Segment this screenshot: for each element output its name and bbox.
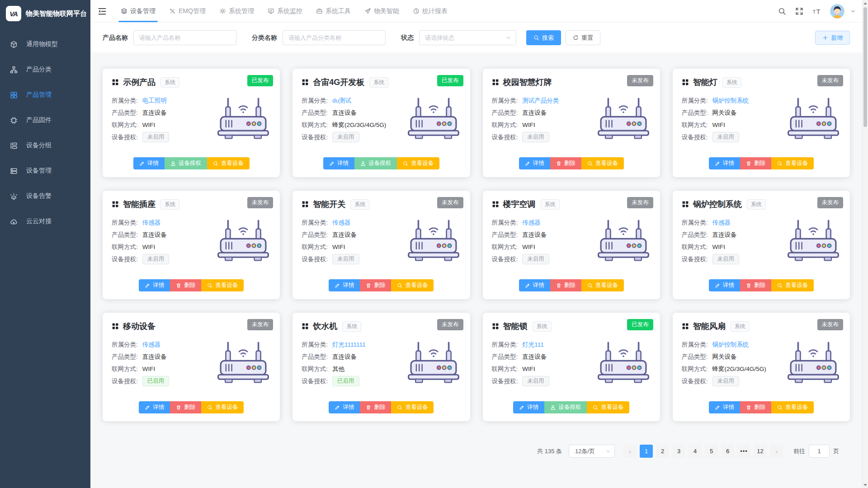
- user-menu-caret-icon[interactable]: [850, 9, 856, 14]
- tab-emq-manage[interactable]: EMQ管理: [162, 0, 212, 22]
- category-link[interactable]: 锅炉控制系统: [712, 341, 749, 349]
- status-select[interactable]: 请选择状态: [419, 30, 516, 45]
- card-detail-button[interactable]: 详情: [133, 157, 165, 169]
- card-view-button[interactable]: 查看设备: [587, 401, 629, 413]
- card-delete-button[interactable]: 删除: [360, 401, 391, 413]
- page-button-5[interactable]: 5: [705, 445, 718, 458]
- product-name-input[interactable]: [133, 30, 236, 45]
- tab-wumei-smart[interactable]: 物美智能: [358, 0, 406, 22]
- card-detail-button[interactable]: 详情: [329, 279, 360, 291]
- tab-system-tools[interactable]: 系统工具: [309, 0, 358, 22]
- sidebar-item-product-manage[interactable]: 产品管理: [0, 82, 90, 108]
- category-name-input[interactable]: [283, 30, 386, 45]
- card-detail-button[interactable]: 详情: [323, 157, 354, 169]
- tab-system-manage[interactable]: 系统管理: [212, 0, 261, 22]
- sidebar-item-device-manage[interactable]: 设备管理: [0, 158, 90, 183]
- page-button-3[interactable]: 3: [672, 445, 685, 458]
- card-view-button[interactable]: 查看设备: [581, 279, 624, 291]
- card-view-button[interactable]: 查看设备: [771, 279, 814, 291]
- card-delete-button[interactable]: 删除: [740, 157, 771, 169]
- reset-button[interactable]: 重置: [566, 30, 600, 45]
- page-button-1[interactable]: 1: [640, 445, 653, 458]
- sidebar-item-device-alarm[interactable]: 设备告警: [0, 183, 90, 209]
- page-button-6[interactable]: 6: [721, 445, 734, 458]
- card-detail-button[interactable]: 详情: [709, 401, 740, 413]
- category-link[interactable]: 电工照明: [142, 97, 167, 105]
- card-detail-button[interactable]: 详情: [709, 157, 740, 169]
- card-detail-button[interactable]: 详情: [139, 279, 170, 291]
- sidebar-item-product-firmware[interactable]: 产品固件: [0, 108, 90, 133]
- tab-statistics[interactable]: 统计报表: [406, 0, 454, 22]
- product-grid-icon: [112, 323, 119, 330]
- card-view-button[interactable]: 查看设备: [207, 157, 250, 169]
- category-link[interactable]: 灯光111: [522, 341, 544, 349]
- product-title: 示例产品: [123, 77, 156, 88]
- page-button-12[interactable]: 12: [754, 445, 767, 458]
- sidebar-item-product-category[interactable]: 产品分类: [0, 57, 90, 82]
- card-view-button[interactable]: 查看设备: [201, 279, 244, 291]
- card-view-button[interactable]: 查看设备: [771, 157, 814, 169]
- sidebar-item-thing-model[interactable]: 通用物模型: [0, 32, 90, 57]
- card-auth-button[interactable]: 设备授权: [354, 157, 397, 169]
- card-delete-button[interactable]: 删除: [740, 279, 771, 291]
- card-view-button[interactable]: 查看设备: [201, 401, 244, 413]
- search-button[interactable]: 搜索: [526, 30, 561, 45]
- card-delete-button[interactable]: 删除: [170, 401, 201, 413]
- scrollbar-up-arrow[interactable]: [863, 0, 868, 6]
- category-link[interactable]: 传感器: [142, 219, 161, 227]
- page-size-select[interactable]: 12条/页: [569, 445, 615, 458]
- card-auth-button[interactable]: 设备授权: [544, 401, 587, 413]
- more-pages-button[interactable]: •••: [737, 445, 750, 458]
- card-view-button[interactable]: 查看设备: [397, 157, 439, 169]
- tab-device-manage[interactable]: 设备管理: [114, 0, 162, 22]
- card-view-button[interactable]: 查看设备: [581, 157, 624, 169]
- category-link[interactable]: 测试产品分类: [522, 97, 559, 105]
- card-detail-button[interactable]: 详情: [513, 401, 544, 413]
- goto-label: 前往: [793, 447, 805, 455]
- card-detail-button[interactable]: 详情: [329, 401, 360, 413]
- category-link[interactable]: 传感器: [712, 219, 731, 227]
- scrollbar-thumb[interactable]: [863, 7, 867, 127]
- card-detail-button[interactable]: 详情: [519, 279, 550, 291]
- card-delete-button[interactable]: 删除: [740, 401, 771, 413]
- add-button[interactable]: 新增: [815, 31, 850, 45]
- category-link[interactable]: 锅炉控制系统: [712, 97, 749, 105]
- sidebar-item-device-group[interactable]: 设备分组: [0, 133, 90, 158]
- edit-icon: [715, 161, 720, 166]
- category-link[interactable]: 传感器: [142, 341, 161, 349]
- auth-status-tag: 未启用: [142, 132, 170, 142]
- category-link[interactable]: 传感器: [522, 219, 541, 227]
- card-delete-button[interactable]: 删除: [550, 279, 581, 291]
- tab-label: 物美智能: [374, 7, 399, 15]
- sidebar-item-cloud-connect[interactable]: 云云对接: [0, 209, 90, 234]
- card-delete-button[interactable]: 删除: [170, 279, 201, 291]
- card-delete-button[interactable]: 删除: [550, 157, 581, 169]
- card-view-button[interactable]: 查看设备: [391, 401, 434, 413]
- fullscreen-icon[interactable]: [795, 7, 803, 15]
- next-page-button[interactable]: ›: [770, 445, 783, 458]
- card-view-button[interactable]: 查看设备: [771, 401, 814, 413]
- card-auth-button[interactable]: 设备授权: [165, 157, 207, 169]
- user-avatar[interactable]: [830, 4, 845, 19]
- sidebar-collapse-icon[interactable]: [98, 7, 107, 16]
- page-button-4[interactable]: 4: [689, 445, 702, 458]
- card-view-button[interactable]: 查看设备: [391, 279, 434, 291]
- goto-page-input[interactable]: [809, 445, 830, 458]
- search-icon[interactable]: [778, 7, 786, 15]
- product-grid-icon: [302, 79, 309, 86]
- font-size-icon[interactable]: TT: [812, 7, 821, 15]
- category-link[interactable]: 灯光1111111: [332, 341, 366, 349]
- network-value: WIFI: [712, 244, 726, 250]
- card-detail-button[interactable]: 详情: [709, 279, 740, 291]
- scrollbar-down-arrow[interactable]: [863, 482, 868, 488]
- category-link[interactable]: du测试: [332, 97, 351, 105]
- network-value: WIFI: [522, 244, 535, 250]
- card-delete-button[interactable]: 删除: [360, 279, 391, 291]
- card-detail-button[interactable]: 详情: [519, 157, 550, 169]
- card-detail-button[interactable]: 详情: [139, 401, 170, 413]
- category-link[interactable]: 传感器: [332, 219, 351, 227]
- page-button-2[interactable]: 2: [656, 445, 669, 458]
- prev-page-button[interactable]: ‹: [623, 445, 637, 458]
- tab-system-monitor[interactable]: 系统监控: [261, 0, 309, 22]
- window-scrollbar[interactable]: [862, 0, 868, 488]
